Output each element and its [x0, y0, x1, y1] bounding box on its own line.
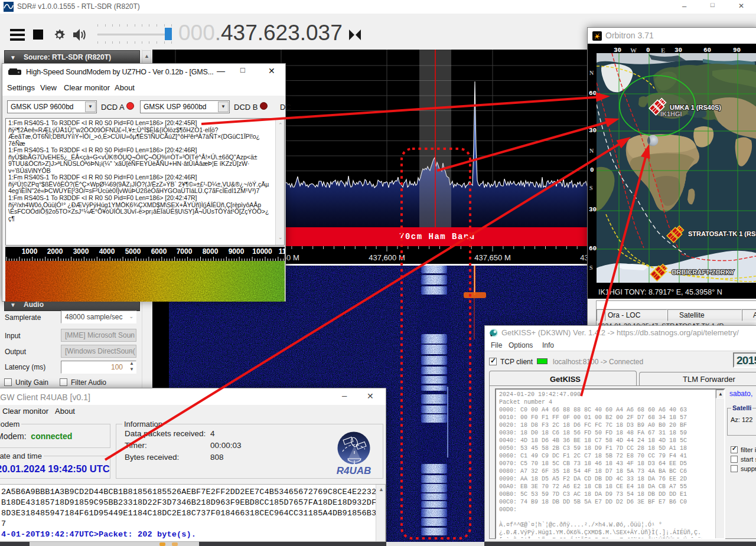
svg-text:11000: 11000	[279, 247, 285, 256]
svg-text:2000: 2000	[47, 247, 63, 256]
svg-text:5000: 5000	[125, 247, 141, 256]
svg-text:IK1HGI: IK1HGI	[660, 110, 682, 117]
svg-text:1000: 1000	[22, 247, 38, 256]
svg-text:6000: 6000	[151, 247, 167, 256]
svg-text:4000: 4000	[99, 247, 115, 256]
svg-text:10000: 10000	[252, 247, 272, 256]
svg-text:STRATOSAT-TK 1 (RS5: STRATOSAT-TK 1 (RS5	[688, 230, 756, 237]
svg-text:8000: 8000	[203, 247, 219, 256]
svg-text:3000: 3000	[73, 247, 89, 256]
svg-text:437,650 M: 437,650 M	[474, 253, 510, 262]
svg-text:R4UAB: R4UAB	[337, 465, 372, 476]
svg-text:437,600 M: 437,600 M	[369, 253, 405, 262]
svg-text:9000: 9000	[229, 247, 245, 256]
svg-text:ORBICRAFT-ZORKY: ORBICRAFT-ZORKY	[672, 269, 735, 276]
svg-text:7000: 7000	[177, 247, 193, 256]
